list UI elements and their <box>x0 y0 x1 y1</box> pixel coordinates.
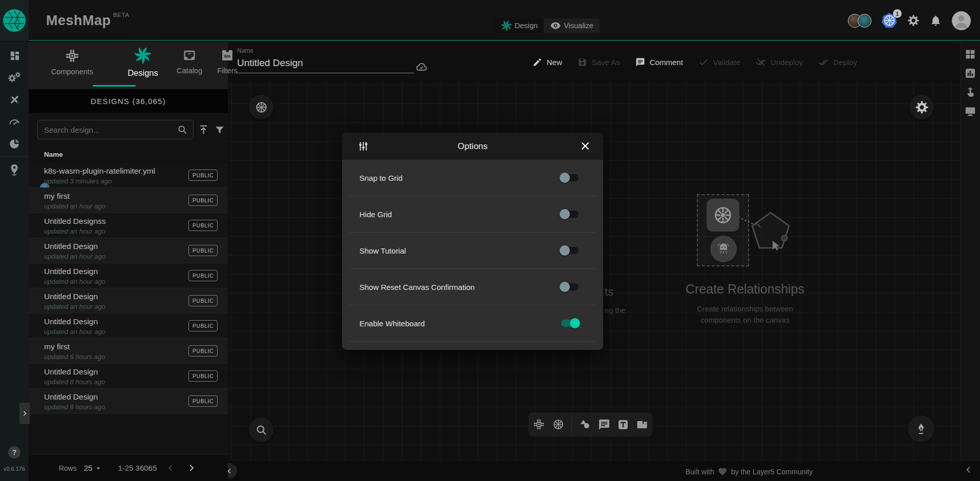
floppy-icon <box>578 57 587 67</box>
collaborator-avatars[interactable] <box>848 14 871 28</box>
tab-designs[interactable]: Designs <box>117 42 169 89</box>
tab-label: Designs <box>127 68 158 78</box>
touch-pointer-icon[interactable] <box>964 86 976 98</box>
tab-components[interactable]: Components <box>39 42 105 89</box>
sidebar-item-dashboard[interactable] <box>0 45 29 67</box>
deploy-button[interactable]: Deploy <box>818 57 857 67</box>
footer-collapse-icon[interactable] <box>965 466 973 474</box>
dock-kubernetes-icon[interactable] <box>552 418 565 431</box>
app-version: v0.6.176 <box>4 466 25 472</box>
visibility-badge: PUBLIC <box>188 295 218 306</box>
right-tool-rail <box>960 42 980 461</box>
save-as-button[interactable]: Save As <box>578 57 620 67</box>
sidebar-item-extensions[interactable] <box>0 133 29 155</box>
design-list-item[interactable]: Untitled Designss updated an hour ago PU… <box>29 213 228 238</box>
option-toggle[interactable] <box>561 283 579 290</box>
bar-chart-icon[interactable] <box>964 67 976 79</box>
notifications-bell-icon[interactable] <box>930 15 942 27</box>
sidebar-expand-button[interactable] <box>19 403 30 424</box>
dock-text-icon[interactable] <box>617 419 629 431</box>
collaborator-avatar[interactable] <box>858 14 871 28</box>
footer-prefix: Built with <box>686 468 714 476</box>
dock-shapes-icon[interactable] <box>579 418 591 431</box>
panel-tabs: Components Designs Catalog WA Filters <box>29 42 228 89</box>
option-toggle[interactable] <box>561 320 579 327</box>
layer5-logo-icon <box>3 9 26 32</box>
sidebar-item-lifecycle[interactable] <box>0 67 29 89</box>
tab-catalog[interactable]: Catalog <box>170 42 209 89</box>
canvas-settings-button[interactable] <box>909 95 934 119</box>
option-toggle[interactable] <box>561 247 579 254</box>
kubernetes-context-button[interactable]: 1 <box>882 13 897 28</box>
option-toggle[interactable] <box>561 211 579 218</box>
undeploy-button[interactable]: Undeploy <box>756 57 803 67</box>
search-icon[interactable] <box>177 124 188 135</box>
visibility-badge: PUBLIC <box>188 395 218 407</box>
previous-page-button[interactable] <box>164 462 177 475</box>
close-icon[interactable] <box>580 140 591 152</box>
tab-label: Components <box>51 68 93 76</box>
search-row <box>29 113 228 149</box>
cloud-saved-icon <box>415 60 428 74</box>
design-list-item[interactable]: Untitled Design updated 8 hours ago PUBL… <box>29 389 228 414</box>
rows-per-page-select[interactable]: 25 <box>84 464 103 472</box>
chevron-left-icon <box>166 464 175 472</box>
screen-share-icon[interactable] <box>964 105 976 117</box>
layer5-logo[interactable] <box>0 0 29 41</box>
design-list-item[interactable]: my first updated 6 hours ago PUBLIC <box>29 339 228 364</box>
user-avatar[interactable] <box>952 11 971 30</box>
rows-label: Rows <box>59 464 77 472</box>
eye-icon <box>550 20 561 31</box>
design-list-item[interactable]: Untitled Design updated an hour ago PUBL… <box>29 238 228 263</box>
tab-label: Catalog <box>177 67 202 75</box>
visibility-badge: PUBLIC <box>188 245 218 256</box>
option-row: Show Tutorial <box>342 233 603 268</box>
dock-components-icon[interactable] <box>532 418 545 431</box>
magnifier-icon <box>255 424 268 436</box>
design-list-item[interactable]: Untitled Design updated 8 hours ago PUBL… <box>29 364 228 389</box>
sidebar-item-configuration[interactable] <box>0 89 29 111</box>
active-tab-indicator <box>93 85 136 87</box>
sidebar-item-meshmap[interactable] <box>0 158 29 180</box>
next-page-button[interactable] <box>184 462 198 475</box>
visualize-mode-button[interactable]: Visualize <box>544 18 600 33</box>
canvas-zoom-button[interactable] <box>249 417 273 442</box>
design-list-item[interactable]: Untitled Design updated an hour ago PUBL… <box>29 263 228 288</box>
option-toggle[interactable] <box>561 174 579 181</box>
design-list-item[interactable]: Untitled Design updated an hour ago PUBL… <box>29 313 228 339</box>
meshmap-spiral-icon <box>501 20 512 31</box>
filter-funnel-icon[interactable] <box>214 124 225 136</box>
canvas-helm-button[interactable] <box>249 95 273 119</box>
dock-comment-icon[interactable] <box>598 419 610 431</box>
action-label: Comment <box>650 58 683 67</box>
option-row: Snap to Grid <box>342 160 603 196</box>
chevron-right-icon <box>22 410 28 416</box>
toggle-knob <box>560 282 570 292</box>
settings-gear-icon[interactable] <box>907 14 920 27</box>
canvas-pen-button[interactable] <box>908 415 934 442</box>
new-button[interactable]: New <box>532 57 562 67</box>
toggle-knob <box>570 318 580 328</box>
rail-divider <box>0 156 29 157</box>
dock-media-icon[interactable] <box>636 419 648 431</box>
comment-button[interactable]: Comment <box>635 57 683 67</box>
validate-button[interactable]: Validate <box>698 57 740 67</box>
pen-nib-icon <box>914 422 928 435</box>
import-upload-icon[interactable] <box>198 124 209 136</box>
sidebar-item-performance[interactable] <box>0 111 29 133</box>
cursor-icon <box>771 240 783 252</box>
design-list-item[interactable]: my first updated an hour ago PUBLIC <box>29 188 228 213</box>
visibility-badge: PUBLIC <box>188 170 218 181</box>
tab-filters[interactable]: WA Filters <box>212 42 243 89</box>
widgets-grid-icon[interactable] <box>964 48 976 60</box>
wasm-filters-icon: WA <box>220 48 235 62</box>
help-button[interactable]: ? <box>8 446 20 458</box>
design-name-input[interactable] <box>237 54 414 73</box>
gears-icon <box>8 71 21 85</box>
search-input[interactable] <box>44 126 177 134</box>
design-list-item[interactable]: k8s-wasm-plugin-ratelimiter.yml updated … <box>29 163 228 188</box>
double-check-icon <box>818 57 828 67</box>
design-mode-button[interactable]: Design <box>495 18 544 33</box>
design-mode-label: Design <box>515 22 538 30</box>
design-list-item[interactable]: Untitled Design updated an hour ago PUBL… <box>29 288 228 313</box>
